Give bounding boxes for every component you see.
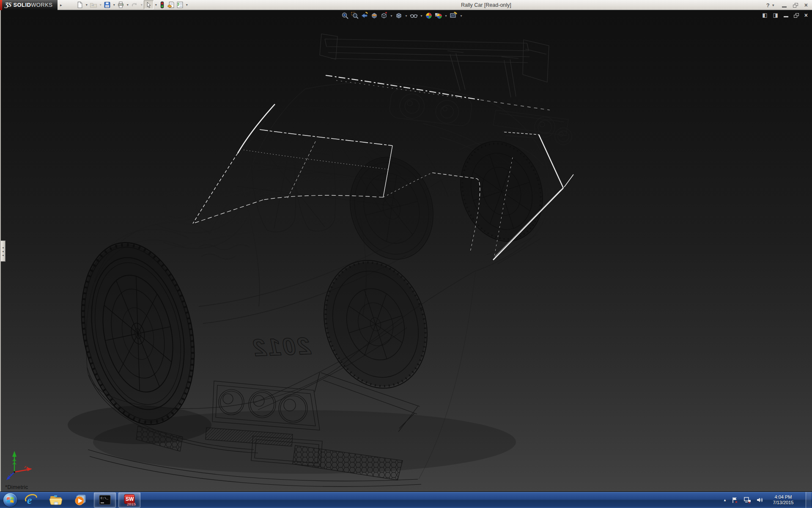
select-button[interactable] xyxy=(144,0,154,9)
file-properties-icon xyxy=(167,1,175,8)
rebuild-traffic-light-icon xyxy=(159,1,165,8)
file-properties-button[interactable] xyxy=(166,0,176,10)
document-window-controls: ◧ ◨ × xyxy=(762,12,808,18)
taskbar-item-solidworks-2015[interactable]: SW 2015 xyxy=(118,492,140,508)
heads-up-view-toolbar: ▾ ▾ ▾ ▾ ▾ xyxy=(341,11,463,20)
help-button[interactable]: ?▾ xyxy=(766,2,776,8)
solidworks-2015-icon: SW 2015 xyxy=(123,494,136,506)
hood-model-text: 2012 xyxy=(249,332,313,361)
print-button[interactable] xyxy=(116,0,125,10)
zoom-to-fit-icon xyxy=(341,12,349,19)
wheel-rear-right xyxy=(448,131,555,252)
wheel-rear-left xyxy=(339,148,444,268)
pane-right-toggle[interactable]: ◨ xyxy=(773,12,778,18)
solidworks-icon-year-text: 2015 xyxy=(127,502,136,506)
view-orientation-button[interactable] xyxy=(380,11,388,20)
feature-panel-collapse-tab[interactable]: ◂ ◂ ◂ xyxy=(1,240,5,262)
apply-scene-button[interactable] xyxy=(434,11,443,20)
new-document-dropdown[interactable]: ▾ xyxy=(84,3,89,7)
options-dropdown[interactable]: ▾ xyxy=(184,3,189,7)
restore-button[interactable] xyxy=(793,3,798,8)
menu-expand-button[interactable]: ▸ xyxy=(58,3,64,7)
windows-taskbar: e C:\_ S xyxy=(0,491,812,508)
undo-dropdown[interactable]: ▾ xyxy=(139,3,144,7)
main-toolbar: ▾ ▾ ▾ ▾ ▾ ▾ ▾ xyxy=(75,0,189,10)
network-disconnected-icon[interactable]: × xyxy=(743,497,752,504)
volume-icon[interactable] xyxy=(756,497,764,503)
previous-view-button[interactable] xyxy=(360,11,369,20)
undo-icon xyxy=(131,1,138,8)
triad-z-axis xyxy=(6,472,14,480)
undo-button[interactable] xyxy=(130,0,139,10)
view-orientation-label: *Dimetric xyxy=(5,484,28,490)
previous-view-icon xyxy=(361,12,368,19)
pane-left-toggle[interactable]: ◧ xyxy=(762,12,767,18)
window-title: Rally Car [Read-only] xyxy=(461,0,511,10)
minimize-button[interactable] xyxy=(782,6,787,8)
app-titlebar: ƷS SOLIDWORKS ▸ ▾ ▾ ▾ ▾ ▾ ▾ xyxy=(0,0,812,10)
triad-y-axis xyxy=(12,451,16,472)
display-style-button[interactable] xyxy=(395,11,403,20)
document-minimize-button[interactable] xyxy=(784,16,788,17)
apply-scene-icon xyxy=(435,12,442,19)
taskbar-item-windows-media-player[interactable] xyxy=(69,492,91,508)
view-orientation-dropdown[interactable]: ▾ xyxy=(390,14,393,18)
tray-time: 4:04 PM xyxy=(768,494,798,500)
edit-appearance-button[interactable] xyxy=(425,11,433,20)
document-restore-button[interactable] xyxy=(794,13,799,18)
car-wireframe-model: 2012 xyxy=(0,10,812,491)
solidworks-flame-icon: ƷS xyxy=(5,1,11,8)
solidworks-icon-sw-text: SW xyxy=(126,496,134,502)
select-dropdown[interactable]: ▾ xyxy=(154,3,158,7)
solidworks-logo: ƷS SOLIDWORKS xyxy=(2,0,58,10)
windows-orb-icon xyxy=(3,493,17,507)
start-button[interactable] xyxy=(1,492,19,508)
new-document-button[interactable] xyxy=(75,0,84,10)
brand-text-light: WORKS xyxy=(31,2,52,8)
taskbar-item-command-prompt[interactable]: C:\_ xyxy=(94,492,116,508)
zoom-to-area-button[interactable] xyxy=(351,11,359,20)
taskbar-item-internet-explorer[interactable]: e xyxy=(20,492,42,508)
open-dropdown[interactable]: ▾ xyxy=(98,3,103,7)
open-icon xyxy=(90,1,97,8)
tray-clock[interactable]: 4:04 PM 7/13/2015 xyxy=(768,494,798,506)
section-view-button[interactable] xyxy=(370,11,379,20)
document-close-button[interactable]: × xyxy=(804,12,808,18)
command-prompt-icon: C:\_ xyxy=(99,495,111,505)
windows-flag-icon xyxy=(6,496,14,504)
window-controls: ?▾ × xyxy=(766,0,808,10)
action-center-icon[interactable]: × xyxy=(731,497,739,504)
view-settings-button[interactable] xyxy=(449,11,458,20)
view-settings-dropdown[interactable]: ▾ xyxy=(459,14,463,18)
file-explorer-icon xyxy=(49,494,63,506)
save-dropdown[interactable]: ▾ xyxy=(112,3,116,7)
edit-appearance-icon xyxy=(425,12,433,19)
svg-text:×: × xyxy=(748,500,750,504)
display-style-icon xyxy=(395,12,403,19)
graphics-area[interactable]: 2012 xyxy=(0,10,812,491)
internet-explorer-icon: e xyxy=(25,494,38,506)
view-settings-icon xyxy=(450,12,458,19)
section-view-icon xyxy=(370,12,378,19)
taskbar-item-file-explorer[interactable] xyxy=(45,492,67,508)
display-style-dropdown[interactable]: ▾ xyxy=(404,14,408,18)
select-cursor-icon xyxy=(145,1,152,8)
close-button[interactable]: × xyxy=(804,0,808,10)
wheel-front-left xyxy=(66,232,210,435)
apply-scene-dropdown[interactable]: ▾ xyxy=(444,14,448,18)
rebuild-button[interactable] xyxy=(158,0,166,10)
hide-show-items-icon xyxy=(410,12,418,19)
open-button[interactable] xyxy=(89,0,98,10)
windows-media-player-icon xyxy=(74,494,87,506)
zoom-to-fit-button[interactable] xyxy=(341,11,349,20)
print-dropdown[interactable]: ▾ xyxy=(125,3,130,7)
command-prompt-icon-text: C:\_ xyxy=(101,497,109,500)
help-dropdown[interactable]: ▾ xyxy=(771,3,776,7)
hide-show-items-button[interactable] xyxy=(409,11,418,20)
hide-show-items-dropdown[interactable]: ▾ xyxy=(420,14,423,18)
tray-expand-button[interactable]: ▲ xyxy=(723,498,727,502)
save-button[interactable] xyxy=(103,0,112,10)
show-desktop-button[interactable] xyxy=(806,492,811,508)
options-button[interactable] xyxy=(176,0,184,10)
svg-text:×: × xyxy=(735,500,737,504)
